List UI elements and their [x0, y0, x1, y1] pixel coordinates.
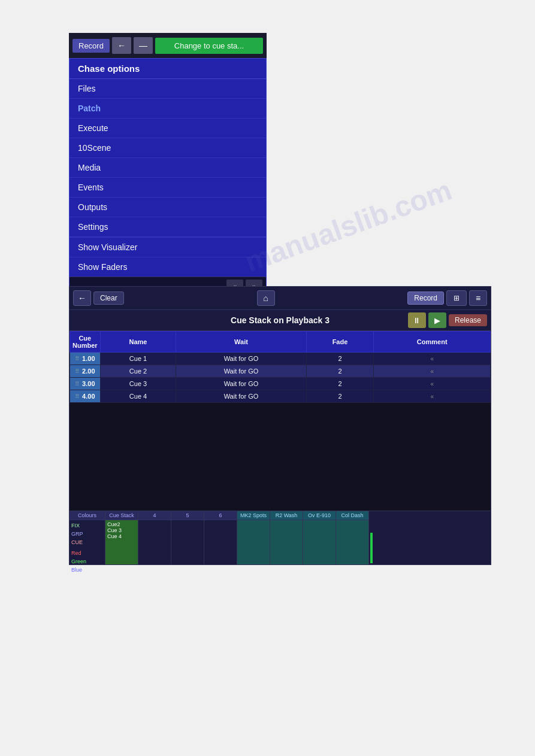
cue-arrow: «	[430, 381, 434, 387]
fixture-label-col: Colours FIX GRP CUE Red Green Blue	[69, 511, 105, 564]
home-icon: ⌂	[263, 293, 268, 303]
table-row[interactable]: ⠿ 2.00 Cue 2 Wait for GO 2 «	[70, 365, 491, 378]
cue-wait-cell: Wait for GO	[176, 365, 306, 378]
cue-comment-cell: «	[374, 390, 491, 403]
cue-name-cell: Cue 1	[100, 353, 176, 365]
col-header-comment: Comment	[374, 332, 491, 353]
back-button-cue[interactable]: ←	[73, 290, 91, 306]
cue-arrow: «	[430, 393, 434, 400]
cue-label: CUE	[71, 538, 103, 546]
release-button[interactable]: Release	[449, 314, 487, 326]
fixture-col-r2wash: R2 Wash	[270, 511, 303, 564]
cue-name-cell: Cue 4	[100, 390, 176, 403]
watermark: manualslib.com	[241, 174, 457, 279]
fix-labels: FIX GRP CUE	[69, 520, 105, 548]
menu-button[interactable]: ≡	[469, 290, 487, 306]
cue-title-bar: Cue Stack on Playback 3 ⏸ ▶ Release	[69, 309, 491, 331]
colour-green: Green	[71, 557, 103, 566]
fixture-col-coldash: Col Dash	[336, 511, 369, 564]
cue-wait-cell: Wait for GO	[176, 390, 306, 403]
chase-options-item[interactable]: Chase options	[69, 59, 266, 79]
table-row[interactable]: ⠿ 3.00 Cue 3 Wait for GO 2 «	[70, 378, 491, 390]
minus-button-top[interactable]: —	[134, 37, 153, 54]
cue-stack-val-3: Cue 4	[107, 533, 136, 539]
back-button-top[interactable]: ←	[112, 37, 131, 54]
cue-table: Cue Number Name Wait Fade Comment ⠿ 1.00…	[69, 331, 491, 403]
drag-icon: ⠿	[75, 356, 79, 362]
coldash-header: Col Dash	[336, 511, 368, 520]
menu-item-settings[interactable]: Settings	[69, 217, 266, 237]
cue-wait-cell: Wait for GO	[176, 378, 306, 390]
cue-fade-cell: 2	[306, 365, 374, 378]
col-header-name: Name	[100, 332, 176, 353]
mk2spots-header: MK2 Spots	[237, 511, 270, 520]
fix-label: FIX	[71, 521, 103, 530]
fixture-col-5: 5	[171, 511, 204, 564]
cue-comment-cell: «	[374, 365, 491, 378]
cue-stack-title: Cue Stack on Playback 3	[231, 315, 330, 325]
cue-number-value: 2.00	[82, 368, 95, 375]
table-row[interactable]: ⠿ 4.00 Cue 4 Wait for GO 2 «	[70, 390, 491, 403]
record-button-top[interactable]: Record	[72, 39, 110, 53]
dropdown-section-main: Files Patch Execute 10Scene Media Events…	[69, 79, 266, 238]
col4-header: 4	[138, 511, 171, 520]
r2wash-header: R2 Wash	[270, 511, 303, 520]
cue-comment-cell: «	[374, 378, 491, 390]
top-panel: Record ← — Change to cue sta... Chase op…	[69, 33, 267, 296]
fixture-col-mk2spots: MK2 Spots	[237, 511, 270, 564]
fixture-col-ove910: Ov E-910	[303, 511, 336, 564]
bottom-panel: ← Clear ⌂ Record ⊞ ≡ Cue Stack on Playba…	[69, 286, 491, 565]
grid-button[interactable]: ⊞	[446, 290, 467, 306]
value-bar	[370, 533, 373, 563]
cue-arrow: «	[430, 368, 434, 375]
value-bar-col	[369, 511, 374, 564]
play-button[interactable]: ▶	[428, 312, 446, 328]
cue-stack-col: Cue Stack Cue2 Cue 3 Cue 4	[105, 511, 138, 564]
menu-item-show-visualizer[interactable]: Show Visualizer	[69, 238, 266, 257]
col-header-fade: Fade	[306, 332, 374, 353]
cue-number-value: 4.00	[82, 393, 95, 400]
drag-icon: ⠿	[75, 381, 79, 387]
cue-number-cell: ⠿ 3.00	[70, 378, 101, 390]
drag-icon: ⠿	[75, 393, 79, 400]
cue-number-cell: ⠿ 1.00	[70, 353, 101, 365]
home-button[interactable]: ⌂	[257, 290, 275, 306]
record-button-cue[interactable]: Record	[407, 292, 444, 305]
drag-icon: ⠿	[75, 368, 79, 375]
menu-item-outputs[interactable]: Outputs	[69, 198, 266, 217]
colour-values: Red Green Blue	[69, 548, 105, 575]
cue-fade-cell: 2	[306, 390, 374, 403]
fixture-bar: Colours FIX GRP CUE Red Green Blue Cue S…	[69, 511, 491, 564]
col6-header: 6	[204, 511, 237, 520]
dropdown-menu: Chase options Files Patch Execute 10Scen…	[69, 58, 267, 296]
cue-number-cell: ⠿ 2.00	[70, 365, 101, 378]
dropdown-section-bottom: Show Visualizer Show Faders	[69, 238, 266, 277]
pause-button[interactable]: ⏸	[408, 312, 426, 328]
grid-icon: ⊞	[454, 294, 460, 302]
menu-item-media[interactable]: Media	[69, 158, 266, 178]
menu-item-patch[interactable]: Patch	[69, 99, 266, 119]
menu-item-10scene[interactable]: 10Scene	[69, 138, 266, 158]
menu-item-show-faders[interactable]: Show Faders	[69, 257, 266, 277]
col-header-wait: Wait	[176, 332, 306, 353]
menu-item-execute[interactable]: Execute	[69, 119, 266, 138]
cue-toolbar: ← Clear ⌂ Record ⊞ ≡	[69, 287, 491, 309]
cue-number-value: 3.00	[82, 380, 95, 387]
colours-header: Colours	[69, 511, 105, 520]
pause-icon: ⏸	[413, 316, 421, 325]
menu-item-events[interactable]: Events	[69, 178, 266, 198]
colour-blue: Blue	[71, 566, 103, 574]
cue-number-value: 1.00	[82, 355, 95, 362]
ove910-header: Ov E-910	[303, 511, 335, 520]
menu-item-files[interactable]: Files	[69, 79, 266, 99]
change-cue-button[interactable]: Change to cue sta...	[155, 38, 263, 54]
cue-arrow: «	[430, 356, 434, 362]
cue-stack-values: Cue2 Cue 3 Cue 4	[105, 520, 138, 541]
cue-wait-cell: Wait for GO	[176, 353, 306, 365]
cue-comment-cell: «	[374, 353, 491, 365]
menu-icon: ≡	[476, 293, 480, 303]
clear-button[interactable]: Clear	[93, 292, 124, 305]
col5-header: 5	[171, 511, 204, 520]
cue-name-cell: Cue 2	[100, 365, 176, 378]
table-row[interactable]: ⠿ 1.00 Cue 1 Wait for GO 2 «	[70, 353, 491, 365]
